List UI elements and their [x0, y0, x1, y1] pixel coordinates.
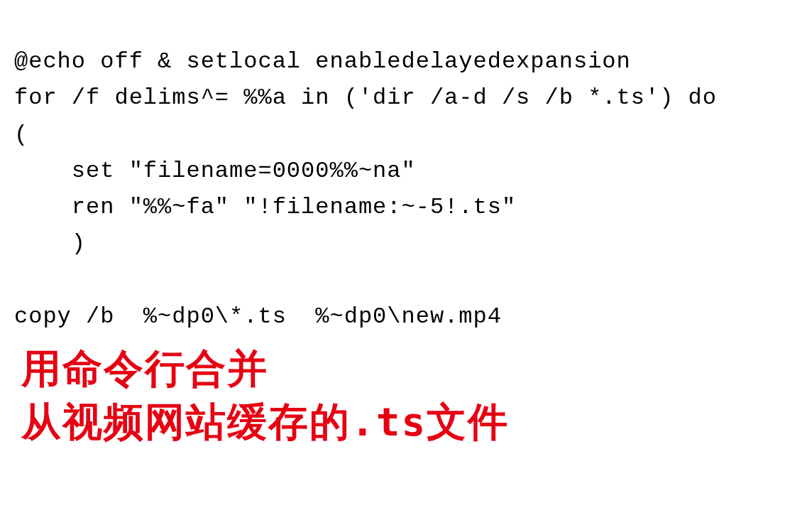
code-line-2: for /f delims^= %%a in ('dir /a-d /s /b … [14, 85, 717, 111]
caption-text: 用命令行合并 从视频网站缓存的.ts文件 [0, 342, 812, 449]
code-line-3: ( [14, 121, 28, 148]
code-line-1: @echo off & setlocal enabledelayedexpans… [14, 48, 631, 75]
caption-line-2: 从视频网站缓存的.ts文件 [21, 395, 791, 449]
caption-line-1: 用命令行合并 [21, 342, 791, 396]
batch-script-code: @echo off & setlocal enabledelayedexpans… [0, 0, 812, 342]
code-line-4: set "filename=0000%%~na" [14, 158, 416, 184]
code-line-8: copy /b %~dp0\*.ts %~dp0\new.mp4 [14, 303, 502, 330]
code-line-6: ) [14, 230, 86, 256]
code-line-5: ren "%%~fa" "!filename:~-5!.ts" [14, 194, 516, 220]
